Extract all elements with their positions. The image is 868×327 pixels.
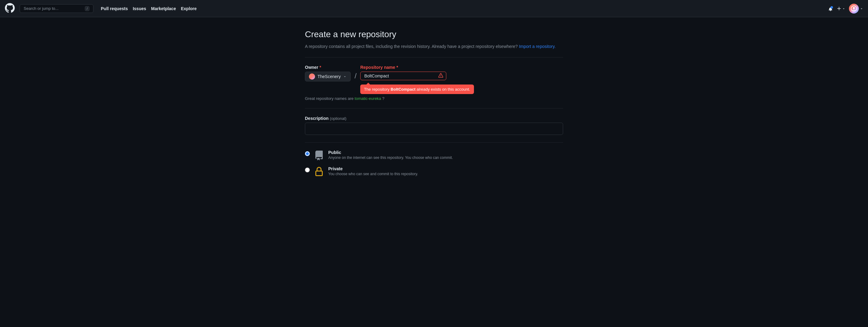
owner-avatar — [309, 73, 315, 79]
import-link[interactable]: Import a repository. — [519, 44, 556, 49]
slash-divider: / — [354, 72, 356, 81]
owner-label: Owner * — [305, 65, 351, 70]
visibility-public-title: Public — [328, 150, 453, 155]
visibility-private-title: Private — [328, 166, 418, 171]
description-section: Description (optional) — [305, 116, 563, 135]
visibility-private-desc: You choose who can see and commit to thi… — [328, 172, 418, 176]
nav-explore[interactable]: Explore — [181, 6, 196, 11]
visibility-section: Public Anyone on the internet can see th… — [305, 150, 563, 177]
owner-required-star: * — [320, 65, 321, 70]
visibility-public-radio[interactable] — [305, 151, 310, 156]
repo-name-input-wrapper — [360, 72, 446, 80]
public-repo-icon — [314, 151, 324, 161]
owner-group: Owner * TheScenery — [305, 65, 351, 81]
warning-icon — [438, 73, 443, 79]
search-bar[interactable]: Search or jump to... / — [20, 4, 93, 13]
github-logo[interactable] — [5, 3, 15, 14]
nav-pull-requests[interactable]: Pull requests — [101, 6, 128, 11]
repo-name-group: Repository name * The repository BoltCom… — [360, 65, 446, 80]
page-subtitle: A repository contains all project files,… — [305, 43, 563, 50]
navbar: Search or jump to... / Pull requests Iss… — [0, 0, 868, 17]
visibility-private-info: Private You choose who can see and commi… — [328, 166, 418, 176]
owner-select[interactable]: TheScenery — [305, 72, 351, 81]
user-menu[interactable] — [849, 4, 863, 13]
suggestion-link[interactable]: tomatic-eureka — [355, 96, 381, 101]
visibility-public-option[interactable]: Public Anyone on the internet can see th… — [305, 150, 563, 161]
create-button[interactable] — [837, 6, 845, 11]
description-label: Description (optional) — [305, 116, 563, 121]
visibility-private-radio[interactable] — [305, 167, 310, 172]
notification-dot — [831, 6, 833, 9]
notifications-button[interactable] — [828, 6, 833, 11]
description-input[interactable] — [305, 123, 563, 135]
repo-name-tooltip-container: The repository BoltCompact already exist… — [360, 72, 446, 80]
search-kbd: / — [85, 6, 89, 11]
tooltip-repo-name: BoltCompact — [391, 87, 415, 92]
description-divider — [305, 108, 563, 108]
suggestion-pre: Great repository names are — [305, 96, 355, 101]
chevron-down-icon — [343, 75, 347, 78]
tooltip-text-pre: The repository — [364, 87, 391, 92]
repo-name-label: Repository name * — [360, 65, 446, 70]
optional-label: (optional) — [330, 116, 346, 121]
private-lock-icon — [314, 167, 324, 177]
nav-issues[interactable]: Issues — [133, 6, 146, 11]
search-text: Search or jump to... — [24, 6, 58, 11]
tooltip-text-post: already exists on this account. — [415, 87, 470, 92]
main-content: Create a new repository A repository con… — [299, 17, 569, 190]
visibility-private-option[interactable]: Private You choose who can see and commi… — [305, 166, 563, 177]
repo-name-input[interactable] — [360, 72, 446, 80]
page-title: Create a new repository — [305, 30, 563, 39]
owner-value: TheScenery — [317, 74, 341, 79]
owner-repo-row: Owner * TheScenery / Repository name * — [305, 65, 563, 81]
visibility-public-desc: Anyone on the internet can see this repo… — [328, 156, 453, 160]
visibility-public-info: Public Anyone on the internet can see th… — [328, 150, 453, 160]
repo-name-required-star: * — [397, 65, 398, 70]
nav-links: Pull requests Issues Marketplace Explore — [101, 6, 197, 11]
nav-marketplace[interactable]: Marketplace — [151, 6, 176, 11]
error-tooltip: The repository BoltCompact already exist… — [360, 85, 474, 94]
suggestion-row: Great repository names are tomatic-eurek… — [305, 96, 563, 101]
section-divider — [305, 57, 563, 58]
avatar — [849, 4, 859, 13]
navbar-right — [828, 4, 863, 13]
suggestion-post: ? — [382, 96, 384, 101]
